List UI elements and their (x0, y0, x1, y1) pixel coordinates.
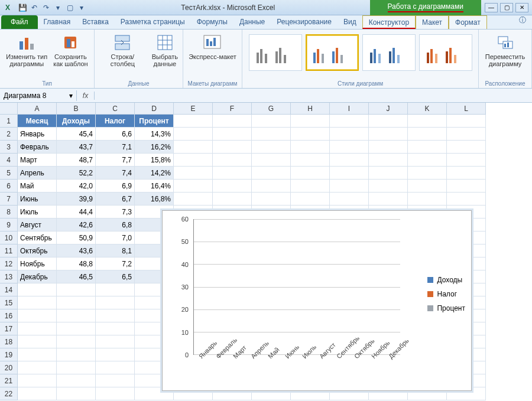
cell-B6[interactable]: 42,0 (57, 180, 96, 193)
cell-I3[interactable] (330, 141, 369, 154)
cell-K5[interactable] (408, 167, 447, 180)
row-header-22[interactable]: 22 (0, 387, 18, 400)
row-header-14[interactable]: 14 (0, 283, 18, 296)
cell-E6[interactable] (174, 180, 213, 193)
row-header-9[interactable]: 9 (0, 219, 18, 232)
cell-F1[interactable] (213, 115, 252, 128)
cell-B3[interactable]: 43,7 (57, 141, 96, 154)
cell-B19[interactable] (57, 348, 96, 361)
row-header-5[interactable]: 5 (0, 167, 18, 180)
cell-G7[interactable] (252, 193, 291, 206)
row-header-1[interactable]: 1 (0, 115, 18, 128)
row-header-18[interactable]: 18 (0, 335, 18, 348)
chart-style-1[interactable] (249, 34, 302, 71)
cell-C11[interactable]: 8,1 (96, 244, 135, 257)
row-header-11[interactable]: 11 (0, 244, 18, 257)
cell-K3[interactable] (408, 141, 447, 154)
cell-C6[interactable]: 6,9 (96, 180, 135, 193)
cell-A3[interactable]: Февраль (18, 141, 57, 154)
cell-B7[interactable]: 39,9 (57, 193, 96, 206)
cell-B13[interactable]: 46,5 (57, 270, 96, 283)
cell-D3[interactable]: 16,2% (135, 141, 174, 154)
row-header-3[interactable]: 3 (0, 141, 18, 154)
switch-row-column-button[interactable]: Строка/столбец (98, 32, 147, 69)
cell-E4[interactable] (174, 154, 213, 167)
cell-C18[interactable] (96, 335, 135, 348)
cell-A13[interactable]: Декабрь (18, 270, 57, 283)
cell-J2[interactable] (369, 128, 408, 141)
cell-C9[interactable]: 6,8 (96, 219, 135, 232)
close-button[interactable]: ✕ (515, 3, 528, 12)
cell-L3[interactable] (447, 141, 486, 154)
cell-B20[interactable] (57, 361, 96, 374)
cell-L6[interactable] (447, 180, 486, 193)
cell-C17[interactable] (96, 322, 135, 335)
cell-C3[interactable]: 7,1 (96, 141, 135, 154)
cell-G6[interactable] (252, 180, 291, 193)
select-data-button[interactable]: Выбрать данные (151, 32, 179, 69)
row-header-8[interactable]: 8 (0, 206, 18, 219)
cell-I4[interactable] (330, 154, 369, 167)
save-icon[interactable]: 💾 (18, 3, 27, 12)
row-header-13[interactable]: 13 (0, 270, 18, 283)
column-header-H[interactable]: H (291, 103, 330, 115)
row-header-7[interactable]: 7 (0, 193, 18, 206)
column-header-A[interactable]: A (18, 103, 57, 115)
cell-A1[interactable]: Месяц (18, 115, 57, 128)
cell-A15[interactable] (18, 296, 57, 309)
cell-F2[interactable] (213, 128, 252, 141)
cell-D2[interactable]: 14,3% (135, 128, 174, 141)
cell-A9[interactable]: Август (18, 219, 57, 232)
cell-C14[interactable] (96, 283, 135, 296)
cell-A22[interactable] (18, 387, 57, 400)
cell-A8[interactable]: Июль (18, 206, 57, 219)
cell-A14[interactable] (18, 283, 57, 296)
cell-B22[interactable] (57, 387, 96, 400)
help-icon[interactable]: ⓘ (519, 15, 526, 29)
cell-C20[interactable] (96, 361, 135, 374)
undo-icon[interactable]: ↶ (30, 3, 39, 12)
row-header-10[interactable]: 10 (0, 232, 18, 244)
cell-K1[interactable] (408, 115, 447, 128)
cell-H6[interactable] (291, 180, 330, 193)
cell-B9[interactable]: 42,6 (57, 219, 96, 232)
cell-I7[interactable] (330, 193, 369, 206)
cell-J3[interactable] (369, 141, 408, 154)
cell-C1[interactable]: Налог (96, 115, 135, 128)
cell-B4[interactable]: 48,7 (57, 154, 96, 167)
cell-G1[interactable] (252, 115, 291, 128)
column-header-C[interactable]: C (96, 103, 135, 115)
tab-page-layout[interactable]: Разметка страницы (115, 15, 191, 29)
cell-L5[interactable] (447, 167, 486, 180)
fx-icon[interactable]: fx (77, 92, 95, 100)
cell-C7[interactable]: 6,7 (96, 193, 135, 206)
cell-E3[interactable] (174, 141, 213, 154)
cell-C12[interactable]: 7,2 (96, 257, 135, 270)
tab-insert[interactable]: Вставка (76, 15, 115, 29)
cell-C5[interactable]: 7,4 (96, 167, 135, 180)
cell-E7[interactable] (174, 193, 213, 206)
cell-H4[interactable] (291, 154, 330, 167)
name-box[interactable]: Диаграмма 8 ▾ (0, 90, 77, 101)
cell-J5[interactable] (369, 167, 408, 180)
cell-I1[interactable] (330, 115, 369, 128)
column-header-L[interactable]: L (447, 103, 486, 115)
cell-A19[interactable] (18, 348, 57, 361)
cell-B16[interactable] (57, 309, 96, 322)
cell-H2[interactable] (291, 128, 330, 141)
cell-A10[interactable]: Сентябрь (18, 232, 57, 244)
cell-J4[interactable] (369, 154, 408, 167)
cell-F7[interactable] (213, 193, 252, 206)
minimize-button[interactable]: — (485, 3, 498, 12)
tab-view[interactable]: Вид (338, 15, 362, 29)
chart-style-4[interactable] (419, 34, 472, 71)
column-header-B[interactable]: B (57, 103, 96, 115)
row-header-4[interactable]: 4 (0, 154, 18, 167)
cell-K4[interactable] (408, 154, 447, 167)
cell-J7[interactable] (369, 193, 408, 206)
cell-A7[interactable]: Июнь (18, 193, 57, 206)
cell-L7[interactable] (447, 193, 486, 206)
cell-F5[interactable] (213, 167, 252, 180)
cell-F3[interactable] (213, 141, 252, 154)
cell-B21[interactable] (57, 374, 96, 387)
